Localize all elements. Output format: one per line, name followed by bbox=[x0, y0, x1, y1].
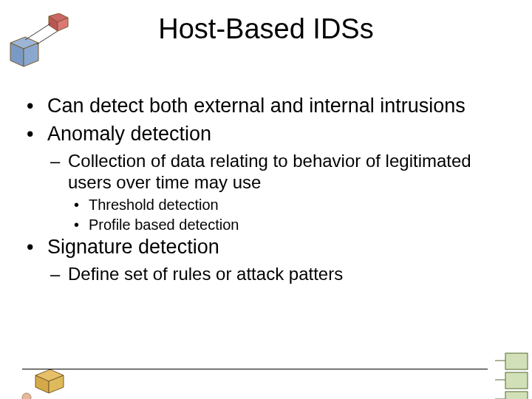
svg-rect-8 bbox=[505, 353, 528, 369]
bullet-l3: Threshold detection bbox=[27, 196, 510, 214]
svg-rect-9 bbox=[505, 372, 528, 389]
slide-body: Can detect both external and internal in… bbox=[27, 95, 510, 288]
bullet-l2: Define set of rules or attack patters bbox=[27, 264, 510, 285]
slide-divider-line bbox=[22, 369, 488, 369]
bullet-l1: Signature detection bbox=[27, 236, 510, 259]
bullet-l1: Anomaly detection bbox=[27, 123, 510, 146]
svg-rect-10 bbox=[505, 392, 528, 399]
decorative-person-bottom-left bbox=[21, 362, 80, 399]
bullet-l3: Profile based detection bbox=[27, 216, 510, 234]
decorative-cubes-top-left bbox=[0, 13, 89, 87]
svg-point-17 bbox=[22, 393, 31, 399]
svg-line-7 bbox=[25, 24, 50, 40]
svg-line-6 bbox=[37, 31, 58, 44]
bullet-l1: Can detect both external and internal in… bbox=[27, 95, 510, 118]
bullet-l2: Collection of data relating to behavior … bbox=[27, 151, 510, 194]
decorative-cubes-bottom-right bbox=[436, 346, 532, 399]
